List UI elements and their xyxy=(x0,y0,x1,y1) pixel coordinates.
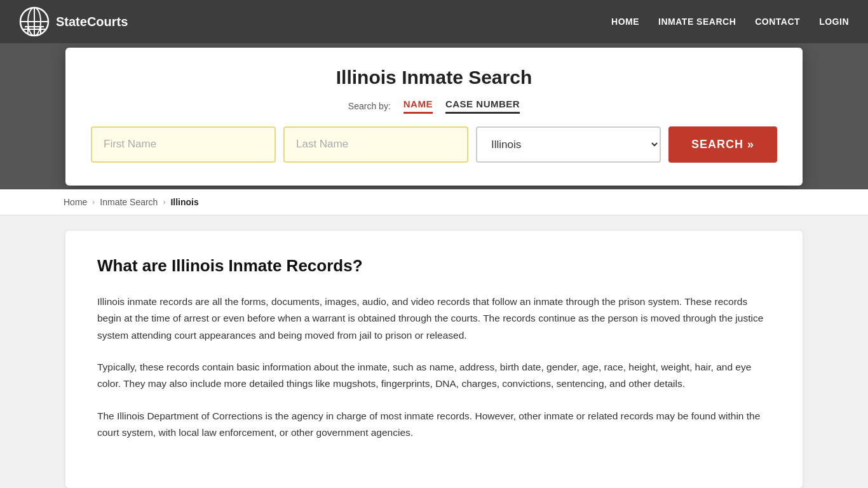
logo-link[interactable]: StateCourts xyxy=(19,6,128,37)
content-paragraph-3: The Illinois Department of Corrections i… xyxy=(97,408,771,442)
breadcrumb: Home › Inmate Search › Illinois xyxy=(0,189,868,215)
main-content: What are Illinois Inmate Records? Illino… xyxy=(0,231,868,488)
search-by-row: Search by: NAME CASE NUMBER xyxy=(91,98,777,114)
tab-case-number[interactable]: CASE NUMBER xyxy=(445,98,520,114)
search-button[interactable]: SEARCH » xyxy=(668,126,777,163)
search-by-label: Search by: xyxy=(348,101,391,111)
content-paragraph-2: Typically, these records contain basic i… xyxy=(97,359,771,393)
nav-home[interactable]: HOME xyxy=(611,17,639,27)
tab-name[interactable]: NAME xyxy=(403,98,433,114)
breadcrumb-chevron-2: › xyxy=(163,198,165,207)
breadcrumb-chevron-1: › xyxy=(92,198,95,207)
hero-section: COURTHOUSE Illinois Inmate Search Search… xyxy=(0,43,868,189)
breadcrumb-home[interactable]: Home xyxy=(64,197,87,207)
nav-inmate-search[interactable]: INMATE SEARCH xyxy=(658,17,736,27)
search-card: Illinois Inmate Search Search by: NAME C… xyxy=(65,48,803,186)
site-header: StateCourts HOME INMATE SEARCH CONTACT L… xyxy=(0,0,868,43)
breadcrumb-inmate-search[interactable]: Inmate Search xyxy=(100,197,158,207)
nav-contact[interactable]: CONTACT xyxy=(755,17,800,27)
logo-text: StateCourts xyxy=(56,15,128,29)
last-name-input[interactable] xyxy=(283,126,468,163)
main-nav: HOME INMATE SEARCH CONTACT LOGIN xyxy=(611,17,849,27)
content-paragraph-1: Illinois inmate records are all the form… xyxy=(97,294,771,344)
search-card-title: Illinois Inmate Search xyxy=(91,67,777,88)
first-name-input[interactable] xyxy=(91,126,276,163)
search-inputs-row: Illinois Alabama Alaska Arizona Arkansas… xyxy=(91,126,777,163)
content-card: What are Illinois Inmate Records? Illino… xyxy=(65,231,803,488)
breadcrumb-current: Illinois xyxy=(170,197,198,207)
content-heading: What are Illinois Inmate Records? xyxy=(97,256,771,276)
state-select[interactable]: Illinois Alabama Alaska Arizona Arkansas… xyxy=(476,126,661,163)
logo-icon xyxy=(19,6,50,37)
nav-login[interactable]: LOGIN xyxy=(819,17,849,27)
